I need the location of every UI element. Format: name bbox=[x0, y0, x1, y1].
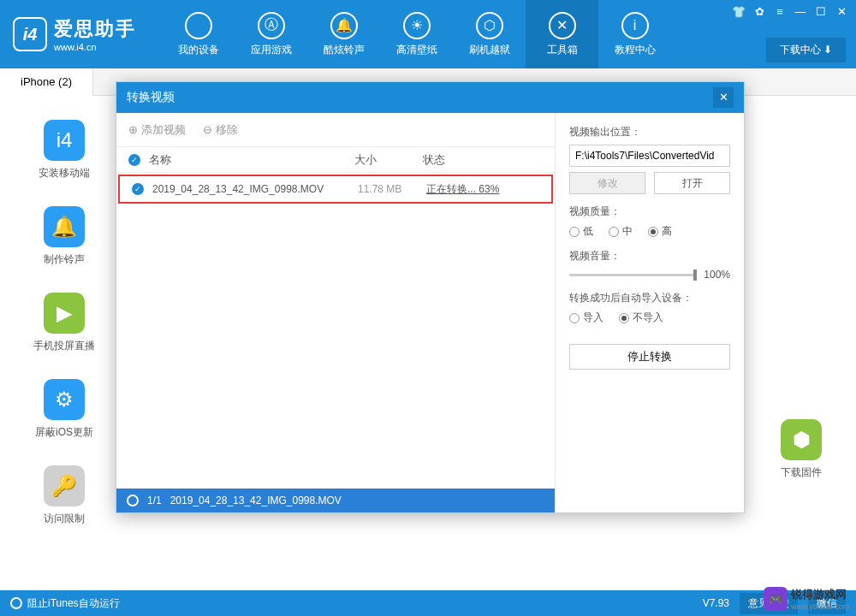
nav-apps[interactable]: Ⓐ应用游戏 bbox=[235, 0, 307, 68]
progress-bar: 1/1 2019_04_28_13_42_IMG_0998.MOV bbox=[116, 489, 555, 512]
skin-icon[interactable]: 👕 bbox=[731, 5, 746, 17]
device-tab[interactable]: iPhone (2) bbox=[0, 68, 93, 96]
dialog-close-button[interactable]: ✕ bbox=[713, 87, 734, 108]
import-no-radio[interactable]: 不导入 bbox=[619, 311, 663, 325]
bell-plus-icon: 🔔 bbox=[44, 206, 85, 247]
minimize-icon[interactable]: — bbox=[793, 5, 808, 17]
main-nav: 我的设备 Ⓐ应用游戏 🔔酷炫铃声 ☀高清壁纸 ⬡刷机越狱 ✕工具箱 i教程中心 bbox=[162, 0, 671, 68]
import-yes-radio[interactable]: 导入 bbox=[569, 311, 603, 325]
progress-count: 1/1 bbox=[147, 495, 162, 506]
modify-button[interactable]: 修改 bbox=[569, 172, 645, 194]
volume-value: 100% bbox=[704, 269, 730, 281]
app-header: i4 爱思助手 www.i4.cn 我的设备 Ⓐ应用游戏 🔔酷炫铃声 ☀高清壁纸… bbox=[0, 0, 856, 68]
close-icon[interactable]: ✕ bbox=[834, 5, 849, 17]
row-filename: 2019_04_28_13_42_IMG_0998.MOV bbox=[152, 183, 358, 195]
convert-video-dialog: 转换视频 ✕ ⊕添加视频 ⊖移除 ✓ 名称 大小 状态 ✓ 2019_04_28… bbox=[116, 81, 745, 513]
watermark-title: 锐得游戏网 bbox=[791, 587, 849, 602]
output-path-input[interactable] bbox=[569, 145, 730, 167]
box-icon: ⬡ bbox=[476, 12, 503, 39]
tool-access-restrict[interactable]: 🔑访问限制 bbox=[44, 465, 85, 526]
info-icon: i bbox=[621, 12, 649, 39]
dialog-right-panel: 视频输出位置： 修改 打开 视频质量： 低 中 高 视频音量： bbox=[556, 113, 744, 512]
logo-title: 爱思助手 bbox=[54, 16, 136, 42]
menu-icon[interactable]: ≡ bbox=[772, 5, 788, 17]
nav-tutorials[interactable]: i教程中心 bbox=[598, 0, 671, 68]
quality-low-radio[interactable]: 低 bbox=[569, 224, 593, 239]
stop-convert-button[interactable]: 停止转换 bbox=[569, 344, 730, 370]
logo: i4 爱思助手 www.i4.cn bbox=[13, 16, 136, 52]
add-icon: ⊕ bbox=[128, 123, 138, 136]
settings-icon[interactable]: ✿ bbox=[752, 5, 767, 17]
tool-block-update[interactable]: ⚙屏蔽iOS更新 bbox=[35, 379, 93, 440]
nav-jailbreak[interactable]: ⬡刷机越狱 bbox=[453, 0, 526, 68]
dialog-title: 转换视频 bbox=[127, 90, 175, 105]
apple-icon bbox=[185, 12, 212, 39]
quality-label: 视频质量： bbox=[569, 204, 730, 219]
dialog-titlebar: 转换视频 ✕ bbox=[116, 82, 744, 113]
maximize-icon[interactable]: ☐ bbox=[813, 5, 829, 17]
dialog-toolbar: ⊕添加视频 ⊖移除 bbox=[116, 113, 555, 147]
status-bar: 阻止iTunes自动运行 V7.93 意见反馈 微信 bbox=[0, 590, 856, 616]
nav-my-device[interactable]: 我的设备 bbox=[162, 0, 235, 68]
gear-icon: ⚙ bbox=[44, 379, 85, 420]
logo-subtitle: www.i4.cn bbox=[54, 42, 136, 52]
nav-wallpapers[interactable]: ☀高清壁纸 bbox=[380, 0, 453, 68]
output-path-label: 视频输出位置： bbox=[569, 125, 730, 139]
watermark: 🎮 锐得游戏网 www.ytruida.com bbox=[764, 587, 849, 611]
dialog-left-panel: ⊕添加视频 ⊖移除 ✓ 名称 大小 状态 ✓ 2019_04_28_13_42_… bbox=[116, 113, 556, 512]
spinner-icon bbox=[127, 495, 139, 506]
row-status: 正在转换... 63% bbox=[426, 182, 539, 197]
volume-label: 视频音量： bbox=[569, 249, 730, 264]
volume-slider[interactable] bbox=[569, 274, 697, 276]
i4-icon: i4 bbox=[44, 120, 85, 161]
image-icon: ☀ bbox=[403, 12, 431, 39]
logo-icon: i4 bbox=[13, 17, 47, 51]
cube-icon: ⬢ bbox=[781, 419, 822, 460]
download-center-button[interactable]: 下载中心 ⬇ bbox=[766, 38, 846, 62]
select-all-checkbox[interactable]: ✓ bbox=[128, 154, 140, 166]
quality-high-radio[interactable]: 高 bbox=[648, 224, 672, 239]
th-name: 名称 bbox=[149, 152, 354, 168]
nav-ringtones[interactable]: 🔔酷炫铃声 bbox=[307, 0, 380, 68]
remove-button[interactable]: ⊖移除 bbox=[203, 122, 238, 138]
table-header: ✓ 名称 大小 状态 bbox=[116, 147, 555, 173]
version-label: V7.93 bbox=[703, 597, 729, 609]
import-label: 转换成功后自动导入设备： bbox=[569, 291, 730, 305]
tool-download-firmware[interactable]: ⬢ 下载固件 bbox=[781, 419, 822, 480]
th-status: 状态 bbox=[423, 152, 543, 168]
appstore-icon: Ⓐ bbox=[258, 12, 285, 39]
toggle-icon[interactable] bbox=[10, 597, 22, 609]
tool-make-ringtone[interactable]: 🔔制作铃声 bbox=[44, 206, 85, 267]
tools-icon: ✕ bbox=[549, 12, 576, 39]
add-video-button[interactable]: ⊕添加视频 bbox=[128, 122, 186, 138]
tool-sidebar: i4安装移动端 🔔制作铃声 ▶手机投屏直播 ⚙屏蔽iOS更新 🔑访问限制 bbox=[26, 120, 103, 526]
remove-icon: ⊖ bbox=[203, 123, 212, 136]
th-size: 大小 bbox=[354, 152, 423, 168]
key-icon: 🔑 bbox=[44, 465, 85, 506]
watermark-icon: 🎮 bbox=[764, 587, 788, 611]
play-icon: ▶ bbox=[44, 293, 85, 334]
itunes-block-label[interactable]: 阻止iTunes自动运行 bbox=[27, 596, 120, 611]
row-size: 11.78 MB bbox=[358, 183, 426, 195]
nav-toolbox[interactable]: ✕工具箱 bbox=[526, 0, 598, 68]
watermark-url: www.ytruida.com bbox=[791, 602, 849, 611]
tool-screen-cast[interactable]: ▶手机投屏直播 bbox=[33, 293, 95, 353]
open-button[interactable]: 打开 bbox=[654, 172, 730, 194]
quality-mid-radio[interactable]: 中 bbox=[609, 224, 633, 239]
row-checkbox[interactable]: ✓ bbox=[132, 183, 144, 195]
table-row[interactable]: ✓ 2019_04_28_13_42_IMG_0998.MOV 11.78 MB… bbox=[118, 175, 553, 204]
bell-icon: 🔔 bbox=[330, 12, 358, 39]
titlebar-buttons: 👕 ✿ ≡ — ☐ ✕ bbox=[731, 5, 849, 17]
progress-file: 2019_04_28_13_42_IMG_0998.MOV bbox=[170, 495, 342, 506]
tool-install-mobile[interactable]: i4安装移动端 bbox=[39, 120, 90, 181]
